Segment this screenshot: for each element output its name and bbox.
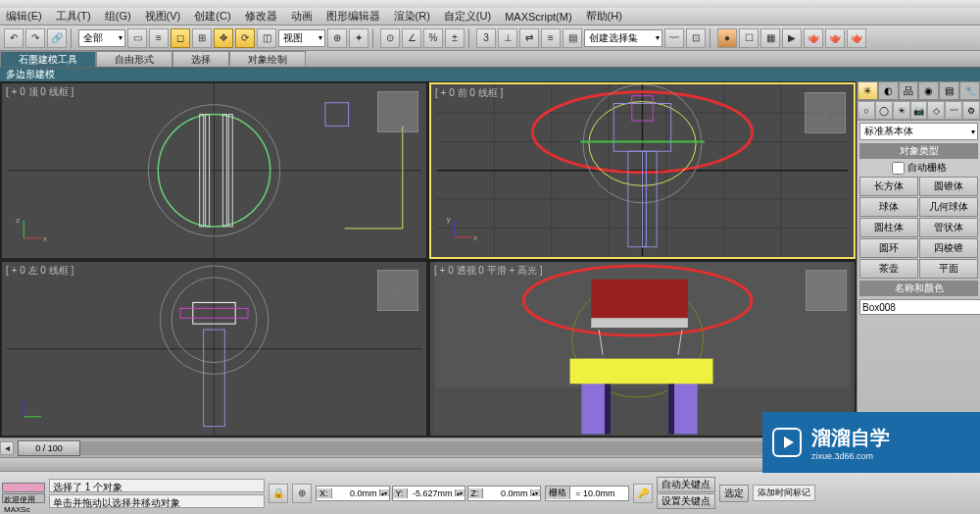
redo-button[interactable]: ↷ xyxy=(25,28,45,48)
viewcube-persp[interactable]: 左 xyxy=(806,270,847,311)
ribbon-tab-freeform[interactable]: 自由形式 xyxy=(96,51,172,67)
curve-editor-button[interactable]: 〰 xyxy=(664,28,684,48)
viewport-left[interactable]: [ + 0 左 0 线框 ] 左 xyxy=(1,261,427,437)
menu-maxscript[interactable]: MAXScript(M) xyxy=(505,11,571,23)
time-marker[interactable]: 0 / 100 xyxy=(18,440,80,456)
select-button[interactable]: ▭ xyxy=(127,28,147,48)
material-button[interactable]: ● xyxy=(717,28,737,48)
axis-button[interactable]: ⊥ xyxy=(498,28,517,48)
tube-button[interactable]: 管状体 xyxy=(919,218,978,237)
object-name-input[interactable] xyxy=(859,299,980,315)
menu-customize[interactable]: 自定义(U) xyxy=(444,9,491,24)
cylinder-button[interactable]: 圆柱体 xyxy=(859,218,918,237)
utilities-tab[interactable]: 🔧 xyxy=(959,81,980,100)
link-button[interactable]: 🔗 xyxy=(47,28,67,48)
menu-render[interactable]: 渲染(R) xyxy=(394,9,430,24)
autogrid-check[interactable] xyxy=(892,162,905,175)
viewcube-top[interactable]: 顶 xyxy=(377,91,418,132)
systems-icon[interactable]: ⚙ xyxy=(962,101,980,120)
helpers-icon[interactable]: ◇ xyxy=(927,101,945,120)
maxscript-mini[interactable]: 欢迎使用 MAXSc xyxy=(2,493,45,503)
cone-button[interactable]: 圆锥体 xyxy=(919,177,978,196)
ribbon-subpanel[interactable]: 多边形建模 xyxy=(0,68,980,81)
spinner-snap-button[interactable]: ± xyxy=(445,28,465,48)
lights-icon[interactable]: ☀ xyxy=(893,101,910,120)
viewport-top[interactable]: [ + 0 顶 0 线框 ] 顶 xz xyxy=(1,82,427,259)
select-rect-button[interactable]: ◻ xyxy=(171,28,190,48)
primitive-category[interactable]: 标准基本体 xyxy=(859,123,978,140)
menu-tools[interactable]: 工具(T) xyxy=(56,9,91,24)
viewport-front[interactable]: [ + 0 前 0 线框 ] 前 xy xyxy=(429,82,856,259)
create-tab[interactable]: ✳ xyxy=(858,81,878,100)
teapot3-button[interactable]: 🫖 xyxy=(847,28,866,48)
render-setup-button[interactable]: ☐ xyxy=(739,28,759,48)
schematic-button[interactable]: ⊡ xyxy=(686,28,706,48)
render-frame-button[interactable]: ▦ xyxy=(760,28,780,48)
name-color-rollout[interactable]: 名称和颜色 xyxy=(859,281,978,296)
scale-button[interactable]: ◫ xyxy=(257,28,276,48)
set-key-button[interactable]: 设置关键点 xyxy=(657,493,715,509)
box-button[interactable]: 长方体 xyxy=(859,177,918,196)
snap-button[interactable]: ⊙ xyxy=(380,28,400,48)
ribbon-tab-selection[interactable]: 选择 xyxy=(172,51,229,67)
cameras-icon[interactable]: 📷 xyxy=(910,101,928,120)
geometry-icon[interactable]: ○ xyxy=(858,101,875,120)
rotate-button[interactable]: ⟳ xyxy=(235,28,255,48)
teapot1-button[interactable]: 🫖 xyxy=(804,28,823,48)
lock-selection-button[interactable]: 🔒 xyxy=(269,484,288,503)
object-type-rollout[interactable]: 对象类型 xyxy=(859,143,978,159)
menu-animation[interactable]: 动画 xyxy=(291,9,313,24)
named-sel-set[interactable]: 创建选择集 xyxy=(584,29,662,47)
viewport-perspective[interactable]: [ + 0 透视 0 平滑 + 高光 ] 左 xyxy=(429,261,856,437)
mirror-button[interactable]: ⇄ xyxy=(519,28,539,48)
ribbon-tab-graphite[interactable]: 石墨建模工具 xyxy=(0,51,96,67)
sel-set-button[interactable]: 选定 xyxy=(719,485,749,502)
menu-help[interactable]: 帮助(H) xyxy=(586,9,622,24)
teapot-button[interactable]: 茶壶 xyxy=(859,259,918,279)
key-mode-button[interactable]: 🔑 xyxy=(633,484,653,503)
teapot2-button[interactable]: 🫖 xyxy=(825,28,845,48)
geosphere-button[interactable]: 几何球体 xyxy=(919,197,978,217)
angle-snap-button[interactable]: ∠ xyxy=(402,28,421,48)
abs-mode-button[interactable]: ⊕ xyxy=(292,484,312,503)
layer-button[interactable]: ▤ xyxy=(563,28,582,48)
menu-graph[interactable]: 图形编辑器 xyxy=(326,9,380,24)
display-tab[interactable]: ▤ xyxy=(939,81,959,100)
modify-tab[interactable]: ◐ xyxy=(878,81,899,100)
spacewarps-icon[interactable]: 〰 xyxy=(945,101,962,120)
motion-tab[interactable]: ◉ xyxy=(918,81,939,100)
snap3-button[interactable]: 3 xyxy=(476,28,496,48)
ribbon-tab-paint[interactable]: 对象绘制 xyxy=(229,51,306,67)
align-button[interactable]: ≡ xyxy=(541,28,561,48)
time-config-button[interactable]: ◂ xyxy=(0,441,14,455)
pyramid-button[interactable]: 四棱锥 xyxy=(919,238,978,258)
z-input[interactable] xyxy=(483,488,530,498)
viewcube-left[interactable]: 左 xyxy=(377,270,418,311)
plane-button[interactable]: 平面 xyxy=(919,259,978,279)
manip-button[interactable]: ✦ xyxy=(349,28,368,48)
y-input[interactable] xyxy=(408,488,455,498)
selection-filter[interactable]: 全部 xyxy=(78,29,125,47)
sphere-button[interactable]: 球体 xyxy=(859,197,918,217)
percent-snap-button[interactable]: % xyxy=(423,28,443,48)
menu-views[interactable]: 视图(V) xyxy=(145,9,181,24)
hierarchy-tab[interactable]: 品 xyxy=(899,81,919,100)
window-cross-button[interactable]: ⊞ xyxy=(192,28,212,48)
move-button[interactable]: ✥ xyxy=(214,28,233,48)
auto-key-button[interactable]: 自动关键点 xyxy=(657,477,715,492)
undo-button[interactable]: ↶ xyxy=(4,28,24,48)
menu-create[interactable]: 创建(C) xyxy=(194,9,230,24)
menu-edit[interactable]: 编辑(E) xyxy=(6,9,42,24)
torus-button[interactable]: 圆环 xyxy=(859,238,918,258)
pivot-button[interactable]: ⊕ xyxy=(327,28,347,48)
menu-modifiers[interactable]: 修改器 xyxy=(245,9,277,24)
x-input[interactable] xyxy=(332,488,379,498)
ref-coord-dropdown[interactable]: 视图 xyxy=(278,29,325,47)
shapes-icon[interactable]: ◯ xyxy=(875,101,893,120)
render-button[interactable]: ▶ xyxy=(782,28,802,48)
menu-group[interactable]: 组(G) xyxy=(105,9,131,24)
svg-text:x: x xyxy=(473,233,477,242)
add-time-tag[interactable]: 添加时间标记 xyxy=(753,485,815,501)
viewcube-front[interactable]: 前 xyxy=(805,92,846,133)
select-name-button[interactable]: ≡ xyxy=(149,28,169,48)
